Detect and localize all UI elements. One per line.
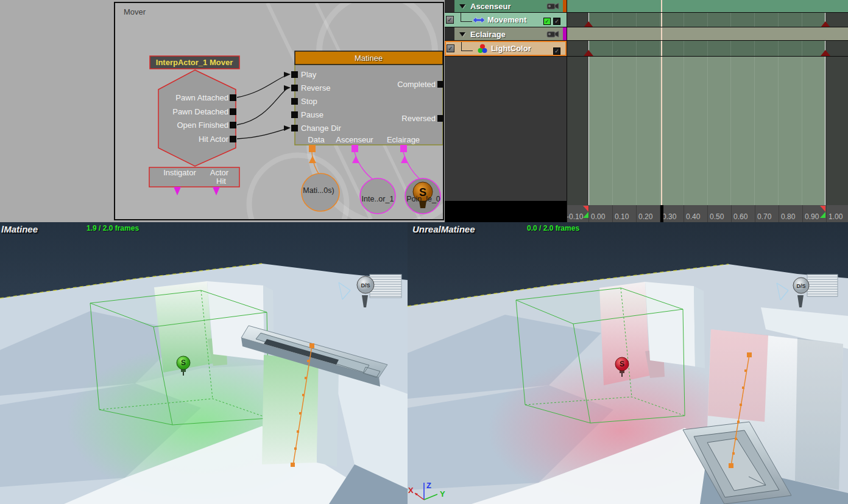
viewport-left[interactable]: S D/S lMatinee 1.9 / 2.0 frames [0,222,408,504]
timeline-corner-block [445,201,567,222]
ruler-tick: 0.10 [612,205,636,222]
input-connector[interactable] [291,98,298,105]
keyframe-marker[interactable] [584,50,593,56]
track-row-lightcolor[interactable]: LightColor [445,41,567,56]
time-cursor-handle[interactable] [660,205,663,222]
port-label: Open Finished [177,121,228,130]
group-row-eclairage[interactable]: Eclairage [454,27,567,41]
collapse-triangle-icon[interactable] [459,4,465,9]
input-connector[interactable] [291,111,298,118]
ruler-tick: 0.00 [588,205,612,222]
keyframe-marker[interactable] [821,50,830,56]
row-separator [445,12,848,13]
frame-counter: 1.9 / 2.0 frames [87,224,139,233]
row-separator [445,40,848,41]
ruler-tick: 0.60 [731,205,755,222]
input-label: Change Dir [301,124,341,133]
curve-view-checkbox[interactable] [543,18,551,25]
output-label: Completed [397,80,436,89]
track-enabled-checkbox[interactable] [446,16,454,24]
track-option-checkbox[interactable] [553,47,560,55]
variable-label: Mati...0s) [303,186,334,195]
group-row-ascenseur[interactable]: Ascenseur [454,0,567,13]
camera-icon[interactable] [546,2,559,10]
mover-node-title: InterpActor_1 Mover [156,58,233,67]
output-connector[interactable] [437,81,443,88]
kismet-graph-window[interactable]: Mover InterpActor_1 Mover Pawn Attached … [114,2,444,220]
group-connector[interactable] [352,145,358,152]
axis-x-label: X [408,486,414,495]
time-cursor-line[interactable] [661,0,662,205]
track-enabled-checkbox[interactable] [447,44,454,52]
output-connector[interactable] [230,136,236,142]
variable-node-matineedata[interactable]: Mati...0s) [302,173,339,211]
viewport-right[interactable]: S D/S Z Y X UnrealMatinee 0.0 / [408,222,848,504]
group-label: Eclairage [470,30,506,39]
var-link-label: Actor [210,168,229,177]
sequence-title: Mover [124,7,146,16]
tree-connector [461,13,472,22]
row-separator [445,56,848,57]
back-wall-side [694,286,705,368]
output-connector[interactable] [230,122,236,128]
input-label: Reverse [301,83,330,93]
input-connector[interactable] [291,125,298,131]
matinee-action-node[interactable]: Matinee Play Reverse Stop Pause Change D… [291,51,443,152]
track-option-checkbox[interactable] [553,18,560,25]
light-flag-icon [370,275,401,298]
port-label: Hit Actor [199,135,229,144]
var-link-label: Ascenseur [336,135,373,144]
bulb-letter: S [181,359,186,367]
track-timeline-row[interactable] [567,41,848,56]
variable-label: Inte..or_1 [362,195,394,203]
double-arrow-icon [473,16,485,24]
viewport-title: lMatinee [1,224,38,234]
axis-z-label: Z [426,481,431,490]
sprite-label: D/S [361,282,370,289]
input-connector[interactable] [291,71,298,78]
mover-event-node[interactable]: InterpActor_1 Mover Pawn Attached Pawn D… [149,56,239,195]
axis-y-label: Y [440,489,445,499]
camera-icon[interactable] [546,30,559,38]
output-connector[interactable] [437,115,443,122]
track-label: LightColor [491,44,531,53]
track-timeline-row[interactable] [567,13,848,27]
port-label: Pawn Detached [172,107,228,116]
variable-label: Poin..le_0 [406,195,440,203]
output-connector[interactable] [230,94,236,101]
ruler-tick: 0.70 [755,205,779,222]
var-connector-arrow[interactable] [174,187,181,195]
udk-matinee-editor: Mover InterpActor_1 Mover Pawn Attached … [0,0,848,504]
input-label: Pause [301,110,323,119]
output-label: Reversed [401,114,436,123]
data-connector[interactable] [309,145,316,152]
timeline-track-area[interactable] [567,0,848,205]
input-label: Play [301,70,317,79]
tree-connector [461,42,473,51]
timeline-background-region[interactable] [567,56,848,205]
row-separator [445,27,848,27]
ruler-tick: 1.00 [826,205,848,222]
group-connector[interactable] [400,145,407,152]
variable-node-pointlight[interactable]: S Poin..le_0 [405,178,440,214]
track-row-movement[interactable]: Movement [445,13,567,27]
ruler-tick: 0.20 [636,205,660,222]
timeline-ruler[interactable]: -0.10 0.00 0.10 0.20 0.30 0.40 0.50 0.60… [567,205,848,222]
var-link-label: Hit [216,177,226,186]
group-timeline-row [567,27,848,41]
input-label: Stop [301,97,317,106]
tracklist-empty-area [445,56,567,201]
matinee-node-title: Matinee [355,54,383,63]
variable-node-interpactor[interactable]: Inte..or_1 [360,178,395,214]
output-connector[interactable] [230,108,236,115]
kismet-panel: Mover InterpActor_1 Mover Pawn Attached … [0,0,445,222]
input-connector[interactable] [291,85,298,91]
rgb-dots-icon [478,44,487,54]
group-label: Ascenseur [470,2,511,11]
light-flag-icon [807,275,838,296]
panel-divider [567,0,567,222]
collapse-triangle-icon[interactable] [459,32,465,37]
viewport-title: UnrealMatinee [412,224,475,234]
var-connector-arrow[interactable] [213,187,220,195]
ruler-tick: 0.40 [684,205,707,222]
